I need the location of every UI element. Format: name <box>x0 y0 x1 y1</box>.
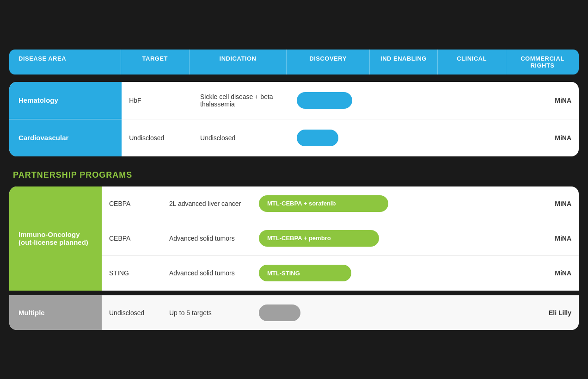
table-row: Cardiovascular Undisclosed Undisclosed M… <box>9 119 579 156</box>
header-clinical: CLINICAL <box>438 50 506 75</box>
clinical-cell <box>472 200 523 207</box>
clinical-cell <box>472 309 523 317</box>
target-cell: HbF <box>122 92 193 109</box>
progress-pill <box>259 304 300 321</box>
discovery-cell: MTL-STING <box>254 261 422 285</box>
ind-enabling-cell <box>422 269 472 277</box>
progress-pill: MTL-STING <box>259 265 351 281</box>
table-row: Hematology HbF Sickle cell disease + bet… <box>9 82 579 119</box>
clinical-cell <box>437 96 503 105</box>
discovery-cell: MTL-CEBPA + pembro <box>254 226 422 250</box>
target-cell: Undisclosed <box>102 305 162 320</box>
indication-cell: Undisclosed <box>193 130 292 146</box>
header-disease-area: DISEASE AREA <box>9 50 121 75</box>
commercial-cell: MiNA <box>503 92 579 109</box>
progress-pill <box>297 92 352 109</box>
disease-cell-multiple: Multiple <box>9 295 102 330</box>
ind-enabling-cell <box>422 200 472 207</box>
discovery-cell <box>292 125 372 151</box>
target-cell: STING <box>102 266 162 280</box>
target-cell: CEBPA <box>102 196 162 211</box>
header-indication: INDICATION <box>190 50 287 75</box>
header-ind-enabling: IND ENABLING <box>370 50 438 75</box>
ind-enabling-cell <box>372 133 437 143</box>
discovery-cell <box>292 87 372 113</box>
progress-pill <box>297 130 338 146</box>
clinical-cell <box>437 133 503 143</box>
header-commercial-rights: COMMERCIAL RIGHTS <box>506 50 579 75</box>
disease-cell-hematology: Hematology <box>9 82 122 119</box>
commercial-cell: MiNA <box>523 266 579 280</box>
indication-cell: Advanced solid tumors <box>162 231 254 246</box>
disease-cell-immuno-oncology: Immuno-Oncology (out-license planned) <box>9 186 102 291</box>
commercial-cell: MiNA <box>523 196 579 211</box>
header-row: DISEASE AREA TARGET INDICATION DISCOVERY… <box>9 50 579 75</box>
commercial-cell: Eli Lilly <box>523 305 579 320</box>
header-target: TARGET <box>121 50 190 75</box>
indication-cell: 2L advanced liver cancer <box>162 196 254 211</box>
main-container: DISEASE AREA TARGET INDICATION DISCOVERY… <box>9 50 579 330</box>
table-row: STING Advanced solid tumors MTL-STING Mi… <box>102 256 579 291</box>
table-row: CEBPA Advanced solid tumors MTL-CEBPA + … <box>102 221 579 256</box>
progress-pill: MTL-CEBPA + pembro <box>259 230 379 247</box>
indication-cell: Advanced solid tumors <box>162 266 254 280</box>
partnership-table: Immuno-Oncology (out-license planned) CE… <box>9 186 579 291</box>
commercial-cell: MiNA <box>503 130 579 146</box>
target-cell: CEBPA <box>102 231 162 246</box>
clinical-cell <box>472 235 523 242</box>
multi-row-right: CEBPA 2L advanced liver cancer MTL-CEBPA… <box>102 186 579 291</box>
clinical-cell <box>472 269 523 277</box>
proprietary-table: Hematology HbF Sickle cell disease + bet… <box>9 82 579 156</box>
header-discovery: DISCOVERY <box>287 50 369 75</box>
discovery-cell <box>254 301 422 325</box>
table-row: CEBPA 2L advanced liver cancer MTL-CEBPA… <box>102 186 579 221</box>
section-title-partnership: PARTNERSHIP PROGRAMS <box>9 161 579 186</box>
disease-cell-cardiovascular: Cardiovascular <box>9 119 122 156</box>
header-table: DISEASE AREA TARGET INDICATION DISCOVERY… <box>9 50 579 75</box>
indication-cell: Up to 5 targets <box>162 305 254 320</box>
ind-enabling-cell <box>372 96 437 105</box>
commercial-cell: MiNA <box>523 231 579 246</box>
target-cell: Undisclosed <box>122 130 193 146</box>
ind-enabling-cell <box>422 235 472 242</box>
indication-cell: Sickle cell disease + beta thalassemia <box>193 88 292 112</box>
progress-pill: MTL-CEBPA + sorafenib <box>259 195 388 212</box>
discovery-cell: MTL-CEBPA + sorafenib <box>254 192 422 216</box>
ind-enabling-cell <box>422 309 472 317</box>
